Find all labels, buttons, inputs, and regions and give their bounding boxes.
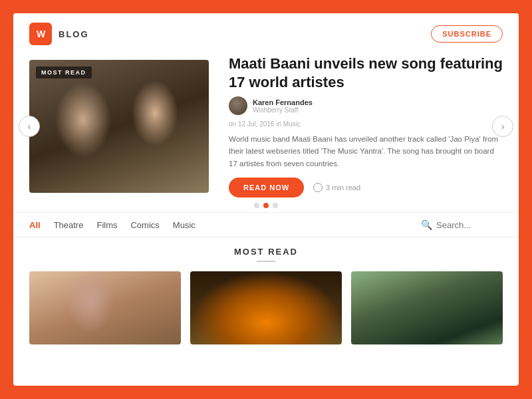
next-arrow-button[interactable]: › [492, 116, 513, 137]
hero-photo [29, 60, 209, 193]
carousel-dot-3[interactable] [273, 203, 278, 208]
hero-actions: READ NOW 3 min read [229, 178, 503, 198]
logo-text: BLOG [59, 29, 89, 39]
header: W BLOG SUBSCRIBE [13, 13, 519, 55]
most-read-title: MOST READ [29, 247, 503, 257]
author-name: Karen Fernandes [253, 98, 313, 106]
card-2[interactable] [190, 271, 342, 344]
filter-tabs: All Theatre Films Comics Music [29, 220, 196, 230]
hero-image: MOST READ [29, 60, 209, 193]
read-time: 3 min read [313, 183, 360, 192]
arrow-left-icon: ‹ [28, 121, 31, 132]
hero-title: Maati Baani unveils new song featuring 1… [229, 55, 503, 91]
hero-description: World music band Maati Baani has unveile… [229, 133, 503, 170]
card-3[interactable] [351, 271, 503, 344]
avatar [229, 96, 247, 115]
carousel-dots [13, 198, 519, 212]
tab-all[interactable]: All [29, 220, 41, 230]
logo-icon: W [29, 23, 52, 45]
main-container: W BLOG SUBSCRIBE ‹ MOST READ Maati Baani… [13, 13, 519, 386]
carousel-dot-1[interactable] [254, 203, 259, 208]
read-time-text: 3 min read [326, 184, 360, 192]
filter-bar: All Theatre Films Comics Music 🔍 [13, 212, 519, 237]
author-info: Karen Fernandes Wishberry Staff [253, 98, 313, 114]
search-area: 🔍 [421, 219, 503, 230]
read-now-button[interactable]: READ NOW [229, 178, 304, 198]
tab-comics[interactable]: Comics [130, 220, 159, 230]
card-image-1 [29, 271, 181, 344]
hero-content: Maati Baani unveils new song featuring 1… [229, 55, 503, 198]
most-read-section: MOST READ [13, 237, 519, 386]
carousel-dot-2[interactable] [263, 203, 269, 208]
subscribe-button[interactable]: SUBSCRIBE [431, 25, 503, 43]
clock-icon [313, 183, 323, 192]
section-divider [257, 261, 275, 262]
author-row: Karen Fernandes Wishberry Staff [229, 96, 503, 115]
search-icon: 🔍 [421, 219, 432, 230]
card-image-2 [190, 271, 342, 344]
arrow-right-icon: › [501, 121, 505, 132]
tab-music[interactable]: Music [173, 220, 196, 230]
cards-row [29, 271, 503, 344]
hero-section: ‹ MOST READ Maati Baani unveils new song… [13, 55, 519, 198]
post-meta: on 12 Jul, 2016 in Music [229, 120, 503, 128]
card-image-3 [351, 271, 503, 344]
logo-area: W BLOG [29, 23, 89, 45]
most-read-badge: MOST READ [36, 66, 92, 78]
card-1[interactable] [29, 271, 181, 344]
prev-arrow-button[interactable]: ‹ [19, 116, 40, 137]
tab-theatre[interactable]: Theatre [54, 220, 84, 230]
search-input[interactable] [436, 220, 503, 230]
tab-films[interactable]: Films [96, 220, 117, 230]
author-role: Wishberry Staff [253, 106, 313, 114]
